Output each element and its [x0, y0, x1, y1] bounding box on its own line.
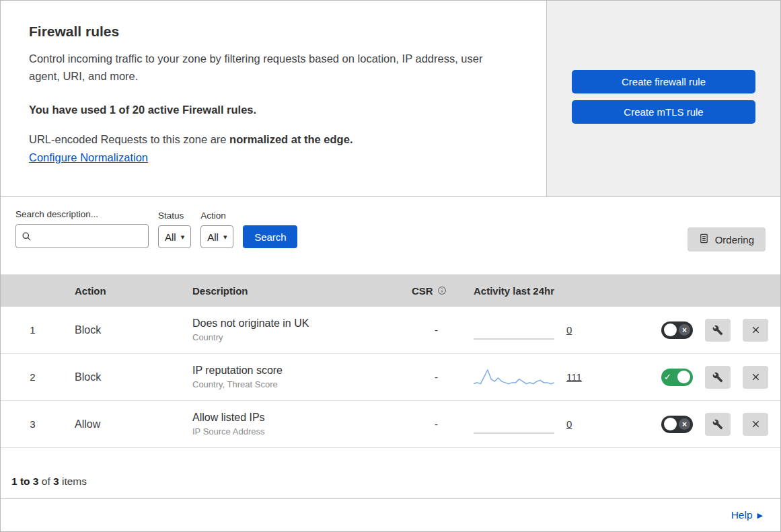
search-group: Search description... [15, 209, 149, 248]
search-input[interactable] [36, 231, 143, 242]
toggle-knob [664, 324, 677, 336]
rule-description: IP reputation score [192, 365, 404, 377]
rule-controls: ✓ [626, 366, 780, 389]
toggle-knob [677, 371, 690, 383]
search-icon [22, 231, 32, 241]
delete-rule-button[interactable] [743, 366, 768, 389]
delete-rule-button[interactable] [743, 413, 768, 436]
rule-csr-value: - [404, 418, 468, 430]
rule-action: Block [65, 324, 182, 336]
edit-rule-button[interactable] [705, 366, 731, 389]
edit-rule-button[interactable] [705, 319, 731, 342]
rule-controls: × [626, 319, 780, 342]
configure-normalization-link[interactable]: Configure Normalization [29, 151, 148, 164]
x-icon [751, 325, 761, 335]
status-dropdown-value: All [165, 231, 176, 243]
status-label: Status [158, 211, 191, 221]
rule-description-cell: Does not originate in UK Country [182, 317, 404, 342]
activity-sparkline [474, 319, 556, 341]
wrench-icon [712, 419, 723, 430]
search-label: Search description... [15, 209, 149, 219]
rule-action: Allow [65, 418, 182, 430]
chevron-down-icon: ▾ [181, 233, 185, 241]
rule-csr-value: - [404, 371, 468, 383]
x-icon: × [679, 418, 690, 430]
info-icon [437, 286, 447, 295]
rule-fields: Country, Threat Score [192, 379, 404, 389]
table-row: 1 Block Does not originate in UK Country… [1, 307, 780, 354]
pagination-summary: 1 to 3 of 3 items [1, 448, 780, 499]
pagination-range: 1 to 3 [11, 476, 38, 488]
ordering-icon [699, 233, 709, 245]
rule-action: Block [65, 371, 182, 383]
usage-summary: You have used 1 of 20 active Firewall ru… [29, 104, 518, 116]
rule-description-cell: Allow listed IPs IP Source Address [182, 412, 404, 436]
help-link-label: Help [731, 509, 753, 521]
table-row: 3 Allow Allow listed IPs IP Source Addre… [1, 401, 780, 448]
table-header: Action Description CSR Activity last 24h… [1, 274, 780, 307]
ordering-button-label: Ordering [715, 234, 754, 245]
rule-description-cell: IP reputation score Country, Threat Scor… [182, 365, 404, 389]
check-icon: ✓ [664, 373, 671, 381]
pagination-items: items [62, 476, 87, 488]
arrow-right-icon: ▶ [757, 511, 763, 520]
status-dropdown[interactable]: All ▾ [158, 225, 191, 248]
header-text-panel: Firewall rules Control incoming traffic … [1, 1, 547, 196]
activity-count-link[interactable]: 0 [566, 418, 572, 430]
action-dropdown-value: All [207, 231, 219, 243]
pagination-total: 3 [53, 476, 59, 488]
rule-fields: Country [192, 332, 404, 342]
action-group: Action All ▾ [200, 211, 233, 248]
search-box[interactable] [15, 224, 149, 248]
column-csr-label: CSR [412, 285, 433, 297]
rule-enabled-toggle[interactable]: ✓ [661, 369, 693, 386]
x-icon [751, 419, 761, 429]
rule-csr-value: - [404, 324, 468, 336]
rule-description: Does not originate in UK [192, 317, 404, 330]
create-firewall-rule-button[interactable]: Create firewall rule [572, 70, 755, 93]
create-mtls-rule-button[interactable]: Create mTLS rule [572, 100, 755, 124]
rule-enabled-toggle[interactable]: × [661, 416, 693, 433]
help-link[interactable]: Help ▶ [731, 509, 763, 521]
status-group: Status All ▾ [158, 211, 191, 248]
help-bar: Help ▶ [1, 499, 780, 531]
rule-enabled-toggle[interactable]: × [661, 321, 693, 339]
actions-panel: Create firewall rule Create mTLS rule [547, 1, 780, 196]
rule-activity-cell: 0 [468, 319, 626, 341]
header-section: Firewall rules Control incoming traffic … [1, 1, 780, 197]
rule-priority: 1 [1, 324, 65, 336]
search-button[interactable]: Search [243, 225, 297, 248]
x-icon [751, 372, 761, 382]
rule-priority: 3 [1, 418, 65, 430]
column-activity: Activity last 24hr [468, 285, 626, 297]
normalization-bold-text: normalized at the edge. [229, 133, 352, 145]
column-csr: CSR [404, 285, 468, 297]
rule-priority: 2 [1, 371, 65, 383]
activity-sparkline [474, 367, 556, 388]
column-action: Action [65, 285, 182, 297]
page-title: Firewall rules [29, 24, 518, 40]
activity-sparkline [474, 414, 556, 435]
rule-fields: IP Source Address [192, 426, 404, 436]
normalization-text: URL-encoded Requests to this zone are [29, 133, 229, 145]
action-dropdown[interactable]: All ▾ [200, 225, 233, 248]
chevron-down-icon: ▾ [223, 233, 227, 241]
rule-description: Allow listed IPs [192, 412, 404, 424]
delete-rule-button[interactable] [743, 319, 768, 342]
page-description: Control incoming traffic to your zone by… [29, 50, 510, 85]
x-icon: × [679, 324, 690, 336]
filter-controls: Search description... Status All ▾ Actio… [15, 209, 297, 248]
ordering-button[interactable]: Ordering [687, 227, 766, 252]
rule-activity-cell: 0 [468, 414, 626, 435]
rule-activity-cell: 111 [468, 367, 626, 388]
filter-bar: Search description... Status All ▾ Actio… [1, 197, 780, 274]
activity-count-link[interactable]: 0 [566, 324, 572, 336]
wrench-icon [712, 372, 723, 383]
wrench-icon [712, 325, 723, 336]
edit-rule-button[interactable] [705, 413, 731, 436]
firewall-rules-page: Firewall rules Control incoming traffic … [0, 0, 781, 532]
rule-controls: × [626, 413, 780, 436]
normalization-note: URL-encoded Requests to this zone are no… [29, 133, 518, 146]
activity-count-link[interactable]: 111 [566, 371, 582, 383]
table-row: 2 Block IP reputation score Country, Thr… [1, 354, 780, 401]
